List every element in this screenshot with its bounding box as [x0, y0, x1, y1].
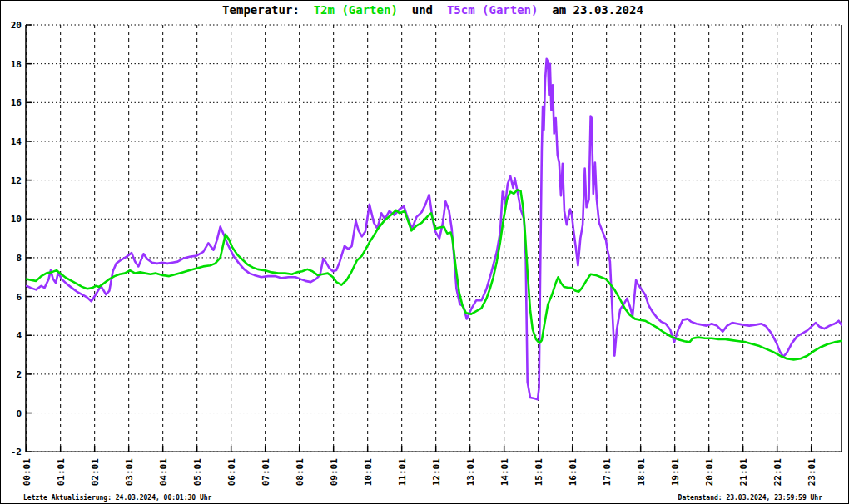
x-axis-label: 00:01 [22, 458, 32, 486]
x-axis-label: 10:01 [363, 458, 374, 486]
y-axis-label: 20 [11, 20, 22, 31]
x-axis-label: 08:01 [295, 458, 305, 486]
y-axis-label: 4 [16, 330, 22, 341]
x-axis-label: 12:01 [431, 458, 442, 486]
x-axis-label: 11:01 [397, 458, 408, 486]
x-axis-label: 21:01 [738, 458, 749, 486]
x-axis-label: 20:01 [704, 458, 715, 486]
title-suffix: am 23.03.2024 [545, 3, 643, 17]
x-axis-label: 17:01 [602, 458, 613, 486]
y-axis-label: 6 [16, 292, 22, 303]
footer-data-state: Datenstand: 23.03.2024, 23:59:59 Uhr [678, 494, 822, 502]
y-axis-label: 14 [11, 136, 22, 147]
x-axis-label: 02:01 [90, 458, 101, 486]
series-line-t2m-garten- [27, 190, 844, 359]
x-axis-label: 03:01 [124, 458, 135, 486]
y-axis-label: 18 [11, 59, 22, 70]
y-axis-label: 0 [16, 408, 22, 419]
chart-title: Temperatur: T2m (Garten) und T5cm (Garte… [25, 3, 841, 17]
x-axis-label: 22:01 [772, 458, 783, 486]
x-axis-label: 16:01 [568, 458, 578, 486]
x-axis-label: 04:01 [158, 458, 169, 486]
x-axis-label: 06:01 [226, 458, 237, 486]
y-axis-label: -2 [11, 447, 22, 457]
y-axis-label: 2 [16, 369, 22, 380]
x-axis-label: 05:01 [192, 458, 203, 486]
x-axis-label: 07:01 [261, 458, 271, 486]
x-axis-label: 01:01 [56, 458, 67, 486]
title-series-t5cm: T5cm (Garten) [447, 3, 539, 17]
x-axis-label: 14:01 [499, 458, 510, 486]
chart-frame: -20246810121416182000:0101:0102:0103:010… [0, 0, 849, 504]
y-axis-label: 10 [11, 214, 22, 225]
y-axis-label: 16 [11, 97, 22, 108]
y-axis-label: 12 [11, 175, 22, 186]
x-axis-label: 18:01 [636, 458, 647, 486]
title-mid: und [405, 3, 439, 17]
x-axis-label: 23:01 [807, 458, 817, 486]
x-axis-label: 19:01 [670, 458, 681, 486]
x-axis-label: 13:01 [465, 458, 476, 486]
x-axis-label: 15:01 [534, 458, 544, 486]
title-series-t2m: T2m (Garten) [314, 3, 398, 17]
x-axis-label: 09:01 [329, 458, 340, 486]
plot-area: -20246810121416182000:0101:0102:0103:010… [0, 0, 849, 504]
title-prefix: Temperatur: [222, 3, 306, 17]
y-axis-label: 8 [16, 253, 22, 264]
footer-last-update: Letzte Aktualisierung: 24.03.2024, 00:01… [23, 494, 211, 502]
